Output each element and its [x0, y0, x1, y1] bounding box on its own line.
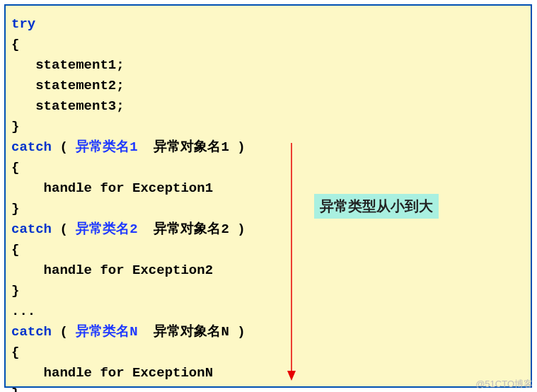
code-line: handle for Exception2 — [11, 260, 525, 281]
code-line: handle for ExceptionN — [11, 363, 525, 384]
exception-object: 异常对象名2 — [138, 221, 229, 237]
code-line: } — [11, 199, 525, 219]
code-line: statement2; — [11, 76, 525, 96]
code-line: { — [11, 158, 525, 178]
code-line: try — [11, 14, 525, 35]
keyword-catch: catch — [11, 139, 52, 155]
annotation-label: 异常类型从小到大 — [314, 194, 439, 219]
code-line: catch ( 异常类名1 异常对象名1 ) — [11, 137, 525, 158]
code-line: } — [11, 281, 525, 301]
code-line: statement3; — [11, 96, 525, 117]
keyword-catch: catch — [11, 324, 52, 340]
code-line: handle for Exception1 — [11, 178, 525, 199]
code-line: { — [11, 35, 525, 55]
keyword-try: try — [11, 16, 35, 32]
svg-marker-1 — [287, 371, 296, 381]
code-line: } — [11, 117, 525, 137]
code-line: } — [11, 384, 525, 392]
exception-class: 异常类名1 — [76, 139, 137, 155]
exception-class: 异常类名N — [76, 324, 137, 340]
code-line: catch ( 异常类名2 异常对象名2 ) — [11, 219, 525, 240]
code-line: statement1; — [11, 55, 525, 76]
watermark-text: @51CTO博客 — [475, 378, 533, 391]
code-line: catch ( 异常类名N 异常对象名N ) — [11, 322, 525, 342]
keyword-catch: catch — [11, 221, 52, 237]
code-line: { — [11, 240, 525, 260]
exception-object: 异常对象名N — [138, 324, 229, 340]
code-line: { — [11, 342, 525, 363]
exception-class: 异常类名2 — [76, 221, 137, 237]
code-block: try { statement1; statement2; statement3… — [4, 4, 532, 388]
code-line: ... — [11, 301, 525, 322]
arrow-down-icon — [284, 143, 299, 381]
diagram-container: try { statement1; statement2; statement3… — [0, 0, 537, 392]
exception-object: 异常对象名1 — [138, 139, 229, 155]
